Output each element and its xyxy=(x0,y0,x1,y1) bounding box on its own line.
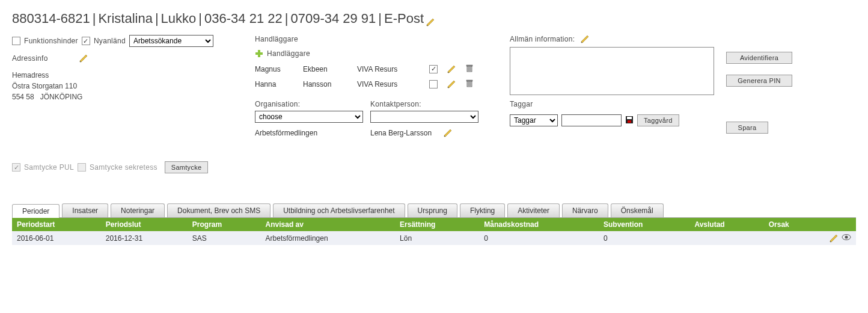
address-city: JÖNKÖPING xyxy=(40,93,83,101)
title-phone2: 0709-34 29 91 xyxy=(290,11,376,26)
add-handlaggare-icon[interactable] xyxy=(255,49,263,58)
cell-slut: 2016-12-31 xyxy=(101,231,188,245)
tab-onskemal[interactable]: Önskemål xyxy=(611,203,664,217)
edit-address-icon[interactable] xyxy=(79,54,88,63)
tab-dokument[interactable]: Dokument, Brev och SMS xyxy=(167,203,270,217)
samtycke-sek-label: Samtycke sekretess xyxy=(90,163,157,172)
samtycke-sek-checkbox[interactable] xyxy=(78,163,86,172)
handl-first: Magnus xyxy=(255,65,297,73)
funktionshinder-checkbox[interactable] xyxy=(12,37,20,45)
handlaggare-heading: Handläggare xyxy=(255,35,495,43)
table-row: 2016-06-01 2016-12-31 SAS Arbetsförmedli… xyxy=(12,231,856,245)
th-anvisad: Anvisad av xyxy=(261,218,396,231)
address-postal: 554 58 xyxy=(12,93,34,101)
taggar-select[interactable]: Taggar xyxy=(510,114,558,126)
handl-last: Hansson xyxy=(303,80,351,88)
kontaktperson-label: Kontaktperson: xyxy=(370,100,478,108)
th-periodslut: Periodslut xyxy=(101,218,188,231)
title-phone1: 036-34 21 22 xyxy=(204,11,283,26)
address-street: Östra Storgatan 110 xyxy=(12,81,240,91)
taggar-label: Taggar xyxy=(510,100,714,108)
tab-ursprung[interactable]: Ursprung xyxy=(408,203,457,217)
handl-org: VIVA Resurs xyxy=(357,80,423,88)
handl-check[interactable] xyxy=(429,80,438,88)
cell-orsak xyxy=(764,231,820,245)
handlaggare-row: Hanna Hansson VIVA Resurs xyxy=(255,79,495,89)
kontaktperson-value: Lena Berg-Larsson xyxy=(370,129,432,137)
avidentifiera-button[interactable]: Avidentifiera xyxy=(726,52,792,64)
th-periodstart: Periodstart xyxy=(12,218,101,231)
period-table: Periodstart Periodslut Program Anvisad a… xyxy=(12,218,856,245)
title-pnr: 880314-6821 xyxy=(12,11,90,26)
taggar-input[interactable] xyxy=(561,114,622,126)
tab-noteringar[interactable]: Noteringar xyxy=(111,203,165,217)
th-orsak: Orsak xyxy=(764,218,820,231)
tab-insatser[interactable]: Insatser xyxy=(62,203,108,217)
generera-pin-button[interactable]: Generera PIN xyxy=(726,75,792,87)
organisation-value: Arbetsförmedlingen xyxy=(255,129,363,137)
handl-org: VIVA Resurs xyxy=(357,65,423,73)
th-subvention: Subvention xyxy=(599,218,689,231)
samtycke-button[interactable]: Samtycke xyxy=(165,161,209,173)
add-handlaggare-label: Handläggare xyxy=(267,49,310,58)
edit-handlaggare-icon[interactable] xyxy=(447,65,456,73)
tab-utbildning[interactable]: Utbildning och Arbetslivserfarenhet xyxy=(273,203,405,217)
cell-manad: 0 xyxy=(479,231,599,245)
cell-sub: 0 xyxy=(599,231,689,245)
cell-program: SAS xyxy=(188,231,261,245)
title-last: Lukko xyxy=(161,11,197,26)
cell-ersattning: Lön xyxy=(395,231,479,245)
edit-kontaktperson-icon[interactable] xyxy=(444,129,452,137)
handl-check[interactable]: ✓ xyxy=(429,65,438,73)
tab-narvaro[interactable]: Närvaro xyxy=(562,203,608,217)
spara-button[interactable]: Spara xyxy=(726,122,768,134)
hemadress-label: Hemadress xyxy=(12,70,240,81)
allman-textarea[interactable] xyxy=(510,47,714,95)
handlaggare-row: Magnus Ekbeen VIVA Resurs ✓ xyxy=(255,64,495,74)
handl-last: Ekbeen xyxy=(303,65,351,73)
funktionshinder-label: Funktionshinder xyxy=(24,37,78,45)
cell-avslutad xyxy=(689,231,763,245)
edit-allman-icon[interactable] xyxy=(581,35,589,43)
taggvard-button[interactable]: Taggvård xyxy=(637,114,679,126)
adressinfo-label: Adressinfo xyxy=(12,54,48,63)
view-row-icon[interactable] xyxy=(842,234,851,243)
tabs: Perioder Insatser Noteringar Dokument, B… xyxy=(12,203,856,218)
handl-first: Hanna xyxy=(255,80,297,88)
kontaktperson-select[interactable] xyxy=(370,111,478,123)
cell-anvisad: Arbetsförmedlingen xyxy=(261,231,396,245)
save-tag-icon[interactable] xyxy=(625,116,634,126)
edit-handlaggare-icon[interactable] xyxy=(447,80,456,88)
th-manadskostnad: Månadskostnad xyxy=(479,218,599,231)
tab-perioder[interactable]: Perioder xyxy=(12,204,60,218)
page-title: 880314-6821 | Kristalina | Lukko | 036-3… xyxy=(12,11,856,26)
organisation-label: Organisation: xyxy=(255,100,363,108)
edit-row-icon[interactable] xyxy=(830,234,838,243)
th-ersattning: Ersättning xyxy=(395,218,479,231)
status-select[interactable]: Arbetssökande xyxy=(129,35,213,47)
cell-start: 2016-06-01 xyxy=(12,231,101,245)
title-email: E-Post xyxy=(384,11,424,26)
samtycke-pul-checkbox[interactable]: ✓ xyxy=(12,163,20,172)
samtycke-pul-label: Samtycke PUL xyxy=(24,163,74,172)
tab-flykting[interactable]: Flykting xyxy=(460,203,505,217)
th-program: Program xyxy=(188,218,261,231)
allman-label: Allmän information: xyxy=(510,35,575,43)
th-avslutad: Avslutad xyxy=(689,218,763,231)
organisation-select[interactable]: choose xyxy=(255,111,363,123)
nyanland-label: Nyanländ xyxy=(94,37,126,45)
tab-aktiviteter[interactable]: Aktiviteter xyxy=(507,203,560,217)
title-first: Kristalina xyxy=(98,11,152,26)
delete-handlaggare-icon[interactable] xyxy=(465,79,477,89)
nyanland-checkbox[interactable]: ✓ xyxy=(82,37,90,45)
edit-title-icon[interactable] xyxy=(426,14,435,23)
delete-handlaggare-icon[interactable] xyxy=(465,64,477,74)
